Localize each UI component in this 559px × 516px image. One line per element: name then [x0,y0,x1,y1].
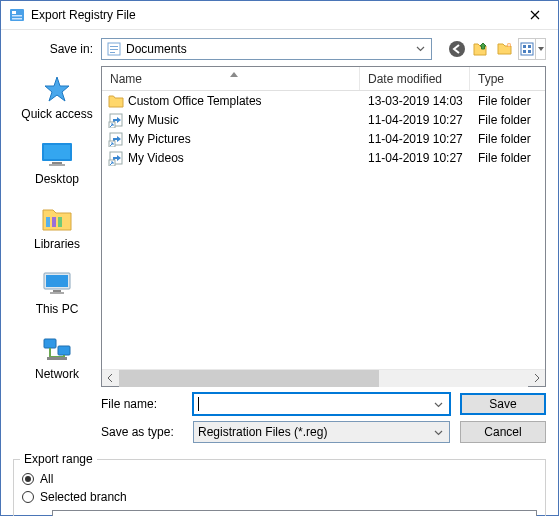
save-in-combo[interactable]: Documents [101,38,432,60]
file-row[interactable]: My Music11-04-2019 10:27File folder [102,110,545,129]
up-one-level-button[interactable] [470,38,492,60]
shortcut-icon [108,112,124,128]
chevron-down-icon [535,39,545,59]
network-icon [39,334,75,364]
svg-rect-11 [523,45,526,48]
quick-access-icon [39,74,75,104]
svg-rect-28 [47,357,67,360]
scroll-thumb[interactable] [119,370,379,387]
desktop-icon [39,139,75,169]
svg-rect-12 [528,45,531,48]
view-menu-button[interactable] [518,38,546,60]
this-pc-icon [39,269,75,299]
svg-rect-24 [53,290,61,292]
save-button[interactable]: Save [460,393,546,415]
svg-rect-27 [58,346,70,355]
column-header-date[interactable]: Date modified [360,67,470,90]
svg-rect-23 [46,275,68,287]
file-date: 11-04-2019 10:27 [360,151,470,165]
svg-rect-13 [523,50,526,53]
export-registry-dialog: Export Registry File Save in: Documents [0,0,559,516]
scroll-left-icon[interactable] [102,370,119,387]
radio-all-row[interactable]: All [22,470,537,488]
file-name-input[interactable] [193,393,450,415]
file-type: File folder [470,151,545,165]
radio-selected-branch-label: Selected branch [40,490,127,504]
file-name: Custom Office Templates [128,94,262,108]
titlebar: Export Registry File [1,1,558,30]
radio-all[interactable] [22,473,34,485]
svg-rect-19 [46,217,50,227]
svg-rect-14 [528,50,531,53]
places-bar: Quick access Desktop Libraries [13,66,101,387]
chevron-down-icon[interactable] [430,396,447,413]
cancel-button[interactable]: Cancel [460,421,546,443]
file-list-pane: Name Date modified Type Custom Office Te… [101,66,546,387]
chevron-down-icon [411,40,429,58]
window-title: Export Registry File [31,8,514,22]
file-name: My Music [128,113,179,127]
svg-rect-21 [58,217,62,227]
selected-branch-input[interactable] [52,510,537,516]
file-row[interactable]: My Videos11-04-2019 10:27File folder [102,148,545,167]
sort-indicator-icon [230,66,238,80]
chevron-down-icon[interactable] [430,424,447,441]
place-this-pc[interactable]: This PC [13,263,101,322]
file-row[interactable]: Custom Office Templates13-03-2019 14:03F… [102,91,545,110]
shortcut-icon [108,150,124,166]
svg-point-8 [449,41,465,57]
new-folder-button[interactable] [494,38,516,60]
export-range-legend: Export range [20,452,97,466]
svg-rect-18 [49,164,65,166]
svg-rect-2 [12,15,22,17]
radio-selected-branch-row[interactable]: Selected branch [22,488,537,506]
close-button[interactable] [514,1,556,29]
libraries-icon [39,204,75,234]
horizontal-scrollbar[interactable] [102,369,545,386]
back-button[interactable] [446,38,468,60]
shortcut-icon [108,131,124,147]
scroll-right-icon[interactable] [528,370,545,387]
columns-header: Name Date modified Type [102,67,545,91]
place-quick-access[interactable]: Quick access [13,68,101,127]
file-name: My Pictures [128,132,191,146]
file-date: 11-04-2019 10:27 [360,132,470,146]
place-network[interactable]: Network [13,328,101,387]
svg-rect-26 [44,339,56,348]
place-libraries[interactable]: Libraries [13,198,101,257]
svg-rect-10 [521,43,533,55]
file-type: File folder [470,113,545,127]
place-desktop[interactable]: Desktop [13,133,101,192]
save-in-value: Documents [126,42,411,56]
file-row[interactable]: My Pictures11-04-2019 10:27File folder [102,129,545,148]
save-as-type-combo[interactable]: Registration Files (*.reg) [193,421,450,443]
svg-rect-20 [52,217,56,227]
file-type: File folder [470,132,545,146]
svg-rect-25 [50,292,64,294]
svg-rect-17 [52,162,62,164]
export-range-group: Export range All Selected branch [13,459,546,516]
file-name: My Videos [128,151,184,165]
save-as-type-label: Save as type: [101,425,193,439]
folder-icon [108,93,124,109]
column-header-type[interactable]: Type [470,67,545,90]
radio-selected-branch[interactable] [22,491,34,503]
svg-rect-7 [110,52,115,53]
file-type: File folder [470,94,545,108]
file-date: 11-04-2019 10:27 [360,113,470,127]
regedit-icon [9,7,25,23]
svg-rect-16 [44,145,70,159]
file-name-label: File name: [101,397,193,411]
svg-rect-1 [12,11,16,14]
radio-all-label: All [40,472,53,486]
file-list[interactable]: Custom Office Templates13-03-2019 14:03F… [102,91,545,369]
svg-rect-6 [110,49,118,50]
svg-rect-3 [12,18,22,20]
save-in-label: Save in: [13,42,101,56]
file-date: 13-03-2019 14:03 [360,94,470,108]
documents-icon [106,41,122,57]
svg-rect-5 [110,46,118,47]
